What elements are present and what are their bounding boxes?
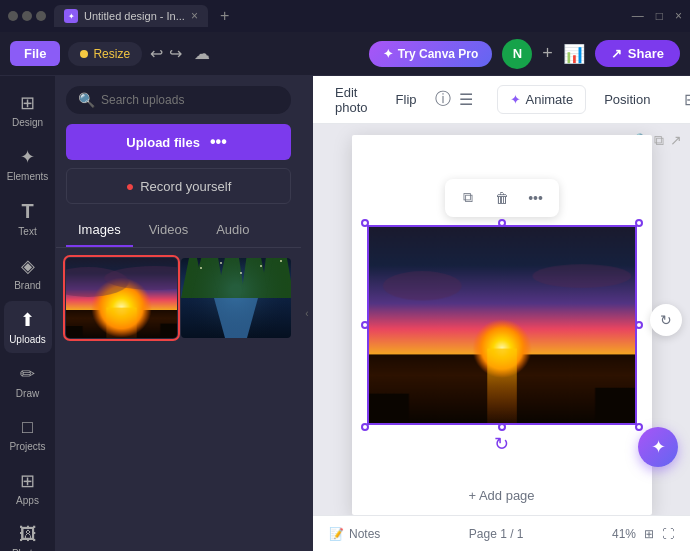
sidebar-item-uploads[interactable]: ⬆ Uploads (4, 301, 52, 353)
search-input[interactable] (101, 93, 279, 107)
sidebar-item-elements[interactable]: ✦ Elements (4, 138, 52, 190)
sidebar-item-photos[interactable]: 🖼 Photos (4, 516, 52, 551)
new-tab-button[interactable]: + (220, 7, 229, 25)
window-controls[interactable] (8, 11, 46, 21)
rotate-handle[interactable]: ↻ (494, 433, 509, 455)
notes-label: Notes (349, 527, 380, 541)
uploads-icon: ⬆ (20, 309, 35, 331)
tab-audio[interactable]: Audio (204, 214, 261, 247)
sidebar-item-brand[interactable]: ◈ Brand (4, 247, 52, 299)
minimize-icon[interactable]: — (632, 9, 644, 23)
handle-bot-mid[interactable] (498, 423, 506, 431)
record-yourself-button[interactable]: ● Record yourself (66, 168, 291, 204)
try-canva-label: Try Canva Pro (398, 47, 479, 61)
sidebar-item-text[interactable]: T Text (4, 192, 52, 245)
sidebar-item-design[interactable]: ⊞ Design (4, 84, 52, 136)
upload-files-label: Upload files (126, 135, 200, 150)
traffic-light-3[interactable] (36, 11, 46, 21)
menu-right-section: ✦ Try Canva Pro N + 📊 ↗ Share (369, 39, 680, 69)
handle-bot-left[interactable] (361, 423, 369, 431)
refresh-button[interactable]: ↻ (650, 304, 682, 336)
text-icon: T (21, 200, 33, 223)
try-canva-button[interactable]: ✦ Try Canva Pro (369, 41, 493, 67)
image-thumb-1[interactable] (66, 258, 177, 338)
upload-files-button[interactable]: Upload files ••• (66, 124, 291, 160)
brand-label: Brand (14, 280, 41, 291)
undo-button[interactable]: ↩ (150, 44, 163, 63)
main-layout: ⊞ Design ✦ Elements T Text ◈ Brand ⬆ Upl… (0, 76, 690, 551)
analytics-icon[interactable]: 📊 (563, 43, 585, 65)
redo-button[interactable]: ↪ (169, 44, 182, 63)
handle-top-mid[interactable] (498, 219, 506, 227)
delete-button[interactable]: 🗑 (487, 183, 517, 213)
projects-icon: □ (22, 417, 33, 438)
maximize-icon[interactable]: □ (656, 9, 663, 23)
handle-top-right[interactable] (635, 219, 643, 227)
projects-label: Projects (9, 441, 45, 452)
panel-collapse-handle[interactable]: ‹ (301, 76, 313, 551)
search-box[interactable]: 🔍 (66, 86, 291, 114)
animate-button[interactable]: ✦ Animate (497, 85, 587, 114)
position-button[interactable]: Position (594, 87, 660, 112)
handle-mid-right[interactable] (635, 321, 643, 329)
search-section: 🔍 (56, 76, 301, 124)
handle-bot-right[interactable] (635, 423, 643, 431)
media-type-tabs: Images Videos Audio (56, 214, 301, 248)
elements-icon: ✦ (20, 146, 35, 168)
add-page-button[interactable]: + Add page (468, 488, 534, 503)
traffic-light-2[interactable] (22, 11, 32, 21)
tab-videos[interactable]: Videos (137, 214, 201, 247)
more-options-button[interactable]: ••• (521, 183, 551, 213)
canvas-area: Edit photo Flip ⓘ ☰ ✦ Animate Position ⊞… (313, 76, 690, 551)
canvas-copy-icon[interactable]: ⧉ (654, 132, 664, 149)
handle-mid-left[interactable] (361, 321, 369, 329)
tab-title: Untitled design - In... (84, 10, 185, 22)
apps-label: Apps (16, 495, 39, 506)
magic-button[interactable]: ✦ (638, 427, 678, 467)
tab-images[interactable]: Images (66, 214, 133, 247)
menu-icon-button[interactable]: ☰ (459, 84, 473, 116)
fullscreen-icon[interactable]: ⛶ (662, 527, 674, 541)
edit-photo-button[interactable]: Edit photo (325, 80, 378, 120)
handle-top-left[interactable] (361, 219, 369, 227)
resize-label: Resize (93, 47, 130, 61)
resize-button[interactable]: Resize (68, 42, 142, 66)
record-label: Record yourself (140, 179, 231, 194)
add-collaborator-icon[interactable]: + (542, 43, 553, 64)
user-avatar[interactable]: N (502, 39, 532, 69)
flip-button[interactable]: Flip (386, 87, 427, 112)
sidebar-item-projects[interactable]: □ Projects (4, 409, 52, 460)
canvas-expand-icon[interactable]: ↗ (670, 132, 682, 149)
active-tab[interactable]: ✦ Untitled design - In... × (54, 5, 208, 27)
design-label: Design (12, 117, 43, 128)
grid-button[interactable]: ⊞ (684, 84, 690, 116)
sidebar-item-apps[interactable]: ⊞ Apps (4, 462, 52, 514)
elements-label: Elements (7, 171, 49, 182)
bottom-right: 41% ⊞ ⛶ (612, 527, 674, 541)
duplicate-button[interactable]: ⧉ (453, 183, 483, 213)
file-menu[interactable]: File (10, 41, 60, 66)
photos-icon: 🖼 (19, 524, 37, 545)
page-indicator: Page 1 / 1 (469, 527, 524, 541)
grid-view-icon[interactable]: ⊞ (644, 527, 654, 541)
image-thumb-2[interactable] (181, 258, 292, 338)
tab-close-icon[interactable]: × (191, 9, 198, 23)
draw-icon: ✏ (20, 363, 35, 385)
selected-image[interactable] (367, 225, 637, 425)
zoom-level[interactable]: 41% (612, 527, 636, 541)
notes-button[interactable]: 📝 Notes (329, 527, 380, 541)
info-button[interactable]: ⓘ (435, 84, 451, 116)
close-window-icon[interactable]: × (675, 9, 682, 23)
text-label: Text (18, 226, 36, 237)
window-action-controls[interactable]: — □ × (632, 9, 682, 23)
canvas-page: ⧉ 🗑 ••• (352, 135, 652, 515)
tool-sidebar: ⊞ Design ✦ Elements T Text ◈ Brand ⬆ Upl… (0, 76, 56, 551)
sidebar-item-draw[interactable]: ✏ Draw (4, 355, 52, 407)
traffic-light-1[interactable] (8, 11, 18, 21)
record-icon: ● (126, 178, 134, 194)
upload-more-options-icon[interactable]: ••• (206, 133, 231, 151)
image-wrapper[interactable]: ⧉ 🗑 ••• (367, 225, 637, 425)
canva-star-icon: ✦ (383, 47, 393, 61)
cloud-save-icon[interactable]: ☁ (194, 44, 210, 63)
share-button[interactable]: ↗ Share (595, 40, 680, 67)
